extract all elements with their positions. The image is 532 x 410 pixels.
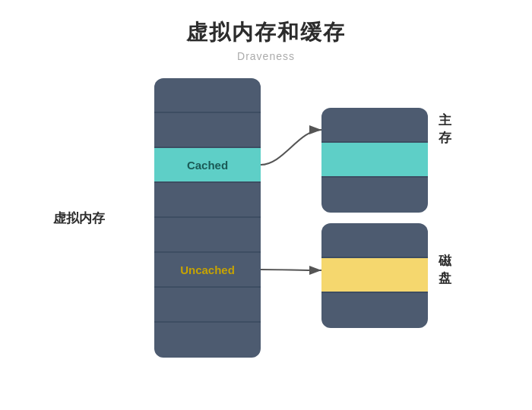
vm-seg-cached: Cached: [154, 148, 261, 183]
disk-seg-uncached: [321, 258, 428, 293]
uncached-label: Uncached: [180, 263, 235, 276]
arrows-svg: [261, 77, 321, 358]
subtitle: Draveness: [237, 50, 295, 62]
vm-seg-2: [154, 113, 261, 148]
mm-seg-cached: [321, 143, 428, 178]
mm-seg-1: [321, 108, 428, 143]
diagram: 虚拟内存 Cached Uncached: [38, 77, 494, 358]
vm-seg-uncached: Uncached: [154, 253, 261, 288]
mm-seg-3: [321, 178, 428, 213]
disk-seg-1: [321, 223, 428, 258]
virtual-memory-label: 虚拟内存: [53, 210, 105, 227]
main-memory-column: [321, 108, 428, 213]
cached-label: Cached: [187, 159, 228, 172]
vm-seg-8: [154, 323, 261, 358]
page-title: 虚拟内存和缓存: [186, 18, 346, 47]
disk-column: [321, 223, 428, 328]
disk-label: 磁盘: [439, 252, 451, 287]
vm-seg-5: [154, 218, 261, 253]
vm-seg-4: [154, 183, 261, 218]
right-columns: [321, 108, 428, 328]
vm-seg-7: [154, 288, 261, 323]
virtual-memory-column: Cached Uncached: [154, 78, 261, 358]
disk-seg-3: [321, 293, 428, 328]
main-memory-label: 主存: [439, 112, 451, 147]
vm-seg-1: [154, 78, 261, 113]
